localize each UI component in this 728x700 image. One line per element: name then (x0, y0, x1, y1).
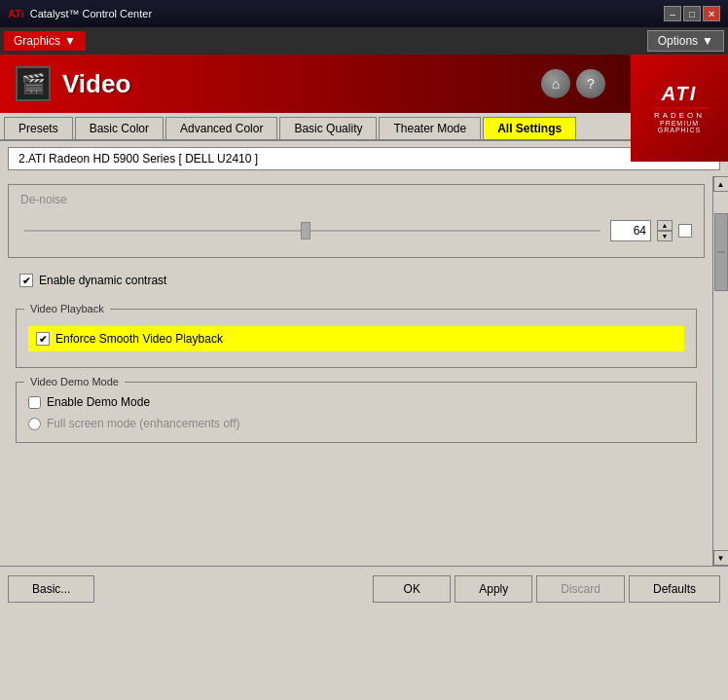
logo-radeon-text: RADEON (650, 111, 709, 120)
ok-button[interactable]: OK (373, 575, 451, 603)
enforce-smooth-option: ✔ Enforce Smooth Video Playback (28, 326, 684, 351)
discard-button[interactable]: Discard (536, 575, 625, 603)
menu-bar: Graphics ▼ Options ▼ (0, 27, 728, 55)
scroll-up-button[interactable]: ▲ (713, 176, 729, 192)
enable-demo-label: Enable Demo Mode (47, 395, 150, 409)
header: 🎬 Video ⌂ ? ATI RADEON PREMIUM GRAPHICS (0, 55, 728, 113)
options-menu-button[interactable]: Options ▼ (647, 30, 724, 52)
scroll-track-area (713, 192, 728, 550)
ati-small-logo: ATi (8, 8, 24, 19)
denoise-label: De-noise (20, 193, 692, 206)
enable-demo-row: Enable Demo Mode (17, 391, 696, 413)
denoise-spinners: ▲ ▼ (657, 220, 673, 241)
denoise-increment-button[interactable]: ▲ (657, 220, 673, 231)
tab-advanced-color[interactable]: Advanced Color (165, 117, 277, 139)
denoise-row: ▲ ▼ (20, 220, 692, 241)
tab-all-settings[interactable]: All Settings (483, 117, 576, 139)
enforce-smooth-checkmark: ✔ (39, 334, 47, 345)
bottom-right-buttons: OK Apply Discard Defaults (373, 575, 720, 603)
denoise-value-input[interactable] (610, 220, 651, 241)
help-icon: ? (587, 76, 595, 92)
denoise-decrement-button[interactable]: ▼ (657, 231, 673, 241)
scrollbar: ▲ ▼ (712, 176, 728, 566)
apply-button[interactable]: Apply (455, 575, 532, 603)
film-icon: 🎬 (16, 66, 51, 101)
video-playback-legend: Video Playback (24, 303, 110, 314)
window-title: Catalyst™ Control Center (30, 8, 152, 19)
video-demo-section: Video Demo Mode Enable Demo Mode Full sc… (16, 376, 697, 443)
defaults-button[interactable]: Defaults (629, 575, 720, 603)
denoise-slider-track[interactable] (24, 230, 601, 232)
tab-basic-quality[interactable]: Basic Quality (279, 117, 377, 139)
denoise-checkbox[interactable] (678, 224, 692, 238)
graphics-menu-label: Graphics (14, 34, 60, 48)
denoise-section: De-noise ▲ ▼ (8, 184, 705, 258)
tab-presets[interactable]: Presets (4, 117, 73, 139)
logo-ati-text: ATI (650, 83, 709, 105)
content-panel: De-noise ▲ ▼ ✔ Enable dynamic contrast (0, 176, 712, 566)
enforce-smooth-checkbox[interactable]: ✔ (36, 332, 50, 346)
fullscreen-mode-row: Full screen mode (enhancements off) (17, 413, 696, 434)
graphics-menu-button[interactable]: Graphics ▼ (4, 31, 86, 51)
maximize-button[interactable]: □ (683, 6, 701, 21)
close-button[interactable]: ✕ (703, 6, 720, 21)
tab-bar: Presets Basic Color Advanced Color Basic… (0, 113, 728, 141)
page-title: Video (62, 69, 130, 99)
options-arrow: ▼ (702, 34, 713, 48)
video-playback-section: Video Playback ✔ Enforce Smooth Video Pl… (16, 303, 697, 368)
tab-basic-color[interactable]: Basic Color (75, 117, 164, 139)
dynamic-contrast-checkbox[interactable]: ✔ (19, 274, 33, 287)
home-icon: ⌂ (552, 76, 560, 92)
title-bar-left: ATi Catalyst™ Control Center (8, 8, 152, 19)
video-demo-legend: Video Demo Mode (24, 376, 125, 387)
home-button[interactable]: ⌂ (541, 69, 570, 98)
graphics-dropdown-arrow: ▼ (64, 34, 76, 48)
ati-logo: ATI RADEON PREMIUM GRAPHICS (631, 55, 728, 162)
fullscreen-mode-radio[interactable] (28, 418, 41, 430)
scrollbar-thumb[interactable] (714, 213, 728, 291)
enable-demo-checkbox[interactable] (28, 396, 41, 409)
dynamic-contrast-label: Enable dynamic contrast (39, 274, 166, 287)
basic-button[interactable]: Basic... (8, 575, 94, 603)
bottom-bar: Basic... OK Apply Discard Defaults (0, 566, 728, 610)
fullscreen-mode-label: Full screen mode (enhancements off) (47, 417, 240, 430)
logo-inner: ATI RADEON PREMIUM GRAPHICS (650, 83, 709, 133)
checkmark-icon: ✔ (22, 276, 30, 286)
scroll-thumb-grip-1 (717, 251, 725, 253)
title-bar: ATi Catalyst™ Control Center – □ ✕ (0, 0, 728, 27)
logo-graphics-text: GRAPHICS (650, 127, 709, 133)
enforce-smooth-label: Enforce Smooth Video Playback (55, 332, 223, 346)
logo-premium-text: PREMIUM (650, 120, 709, 127)
header-icons: ⌂ ? (541, 69, 605, 98)
film-icon-graphic: 🎬 (21, 72, 46, 95)
device-row: 2.ATI Radeon HD 5900 Series [ DELL U2410… (0, 141, 728, 176)
tab-theater-mode[interactable]: Theater Mode (379, 117, 481, 139)
minimize-button[interactable]: – (664, 6, 681, 21)
dynamic-contrast-row: ✔ Enable dynamic contrast (8, 266, 705, 295)
help-button[interactable]: ? (576, 69, 605, 98)
scroll-down-button[interactable]: ▼ (713, 550, 729, 566)
options-label: Options (658, 34, 698, 48)
device-select[interactable]: 2.ATI Radeon HD 5900 Series [ DELL U2410… (8, 147, 720, 170)
title-bar-controls: – □ ✕ (664, 6, 720, 21)
denoise-slider-thumb[interactable] (301, 222, 310, 239)
main-content: De-noise ▲ ▼ ✔ Enable dynamic contrast (0, 176, 728, 566)
